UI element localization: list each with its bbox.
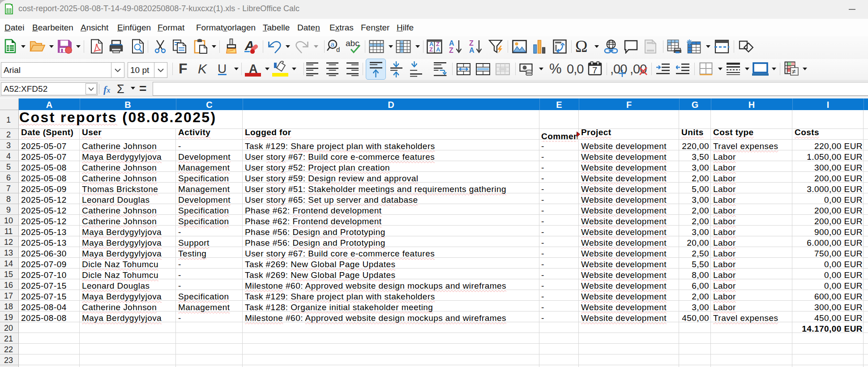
svg-text:7: 7 bbox=[592, 65, 597, 75]
svg-text:Ω: Ω bbox=[575, 39, 588, 54]
svg-text:A: A bbox=[449, 39, 454, 47]
svg-text:≠: ≠ bbox=[792, 68, 795, 75]
svg-text:A: A bbox=[436, 46, 440, 53]
svg-text:A: A bbox=[469, 47, 475, 54]
svg-text:d: d bbox=[336, 46, 340, 53]
svg-text:Z: Z bbox=[469, 39, 474, 47]
svg-text:Z: Z bbox=[449, 47, 453, 54]
svg-text:a: a bbox=[331, 40, 335, 48]
svg-text:abc: abc bbox=[346, 39, 359, 48]
svg-text:Z: Z bbox=[429, 46, 433, 53]
